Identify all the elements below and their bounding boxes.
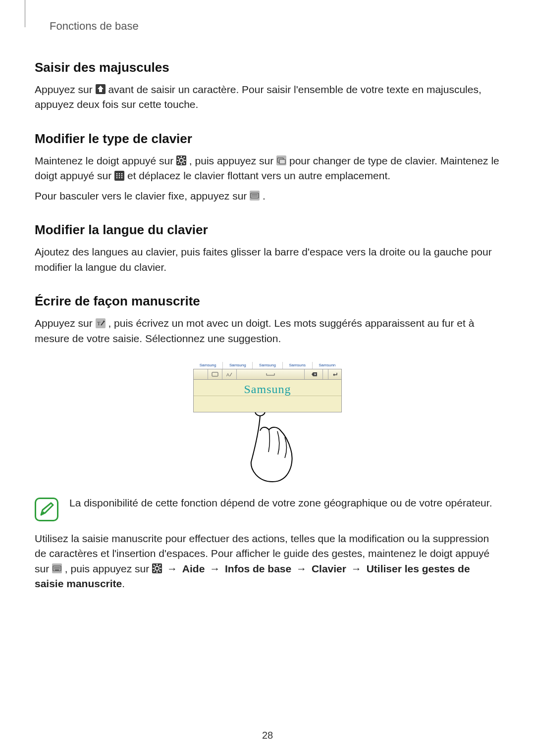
text: . — [263, 190, 266, 202]
toolbar-row: A — [193, 369, 342, 380]
arrow-separator: → — [208, 563, 225, 574]
suggestion: Samsung — [223, 362, 253, 369]
gear-icon — [176, 155, 186, 165]
svg-point-12 — [119, 173, 120, 174]
enter-icon — [328, 369, 341, 379]
paragraph: Pour basculer vers le clavier fixe, appu… — [35, 189, 500, 203]
svg-line-7 — [178, 163, 179, 164]
floating-keyboard-icon — [276, 155, 286, 165]
svg-line-8 — [184, 157, 185, 158]
menu-path-item: Infos de base — [225, 563, 291, 574]
keyboard-icon — [52, 563, 62, 573]
drag-grid-icon — [114, 171, 124, 181]
svg-text:A: A — [226, 372, 229, 377]
svg-point-18 — [119, 177, 120, 178]
margin-rule — [25, 0, 25, 27]
arrow-separator: → — [349, 563, 367, 574]
backspace-icon — [305, 369, 323, 379]
page: Fonctions de base Saisir des majuscules … — [0, 0, 535, 756]
svg-rect-24 — [212, 372, 218, 376]
hand-illustration — [193, 403, 342, 487]
arrow-separator: → — [294, 563, 312, 574]
keyboard-switch-icon — [208, 369, 222, 379]
svg-point-17 — [116, 177, 118, 178]
svg-line-42 — [160, 565, 161, 566]
svg-rect-10 — [279, 159, 285, 164]
suggestion: Samsung — [193, 362, 223, 369]
shift-icon — [96, 84, 106, 94]
svg-point-0 — [179, 158, 183, 162]
svg-point-13 — [121, 173, 123, 174]
suggestion: Samsuns — [283, 362, 313, 369]
running-head: Fonctions de base — [50, 20, 500, 33]
handwriting-figure: Samsung Samsung Samsung Samsuns Samsunn … — [35, 362, 500, 487]
note: La disponibilité de cette fonction dépen… — [35, 496, 500, 521]
note-icon — [35, 498, 58, 521]
text: et déplacez le clavier flottant vers un … — [127, 170, 390, 181]
paragraph: Maintenez le doigt appuyé sur , puis app… — [35, 153, 500, 184]
key — [194, 369, 208, 379]
svg-point-34 — [155, 566, 159, 570]
keyboard-mock: Samsung Samsung Samsung Samsuns Samsunn … — [193, 362, 342, 412]
language-icon: A — [222, 369, 237, 379]
svg-line-39 — [154, 565, 155, 566]
svg-point-19 — [121, 177, 123, 178]
handwriting-mode-icon: T — [96, 318, 106, 328]
fixed-keyboard-icon — [250, 191, 260, 201]
heading-modifier-langue-clavier: Modifier la langue du clavier — [35, 222, 500, 238]
text: Appuyez sur — [35, 84, 96, 95]
suggestion: Samsung — [253, 362, 282, 369]
arrow-separator: → — [165, 563, 182, 574]
svg-line-6 — [184, 163, 185, 164]
paragraph: Appuyez sur T , puis écrivez un mot avec… — [35, 316, 500, 346]
gear-icon — [152, 563, 162, 573]
menu-path-item: Clavier — [312, 563, 346, 574]
heading-ecrire-manuscrite: Écrire de façon manuscrite — [35, 294, 500, 309]
svg-text:T: T — [97, 320, 101, 326]
text: Pour basculer vers le clavier fixe, appu… — [35, 190, 250, 202]
svg-point-15 — [119, 175, 120, 176]
text: Maintenez le doigt appuyé sur — [35, 155, 176, 166]
text: . — [122, 578, 125, 589]
suggestion-row: Samsung Samsung Samsung Samsuns Samsunn — [193, 362, 342, 369]
note-text: La disponibilité de cette fonction dépen… — [69, 496, 492, 510]
suggestion: Samsunn — [313, 362, 342, 369]
svg-line-40 — [160, 571, 161, 572]
svg-point-16 — [121, 175, 123, 176]
paragraph: Appuyez sur avant de saisir un caractère… — [35, 82, 500, 112]
svg-line-5 — [178, 157, 179, 158]
paragraph: Utilisez la saisie manuscrite pour effec… — [35, 531, 500, 592]
svg-point-14 — [116, 175, 118, 176]
heading-saisir-majuscules: Saisir des majuscules — [35, 60, 500, 75]
handwritten-text: Samsung — [194, 383, 341, 396]
paragraph: Ajoutez des langues au clavier, puis fai… — [35, 245, 500, 275]
svg-line-41 — [154, 571, 155, 572]
svg-rect-20 — [251, 193, 259, 198]
figure-inner: Samsung Samsung Samsung Samsuns Samsunn … — [193, 362, 342, 487]
heading-modifier-type-clavier: Modifier le type de clavier — [35, 131, 500, 147]
text: , puis appuyez sur — [189, 155, 276, 166]
menu-path-item: Aide — [182, 563, 205, 574]
svg-point-11 — [116, 173, 118, 174]
page-number: 28 — [0, 730, 535, 741]
text: , puis appuyez sur — [65, 563, 152, 574]
text: Appuyez sur — [35, 317, 96, 329]
spacebar-key — [237, 369, 305, 379]
key — [323, 369, 328, 379]
handwriting-area: Samsung — [193, 380, 342, 412]
